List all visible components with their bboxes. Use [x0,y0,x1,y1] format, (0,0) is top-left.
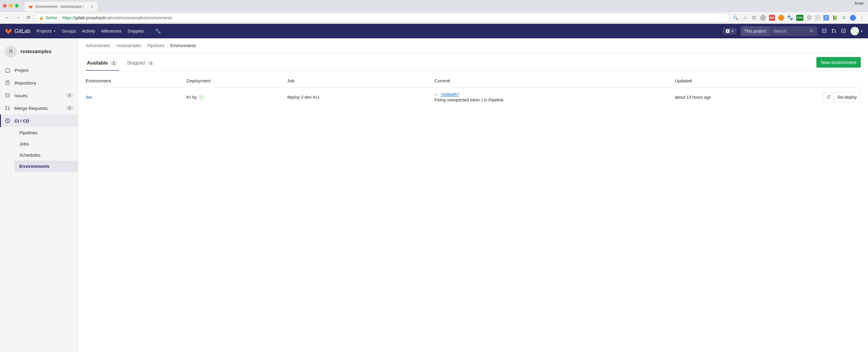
new-dropdown-button[interactable]: ▼ [723,28,737,34]
tab-label: Stopped [127,60,145,66]
gitlab-navbar: GitLab Projects▼ Groups Activity Milesto… [0,24,868,38]
sidebar-item-repository[interactable]: Repository [0,77,78,89]
col-header-commit: Commit [434,78,675,83]
tabs: Available 1 Stopped 0 New environment [86,56,861,71]
pocket-icon[interactable] [751,15,757,21]
gitlab-logo[interactable]: GitLab [5,27,30,35]
table-header: Environment Deployment Job Commit Update… [86,74,861,88]
tab-label: Available [87,60,108,66]
svg-rect-8 [6,94,9,97]
user-menu[interactable]: ▼ [850,27,863,35]
updated-cell: about 13 hours ago [675,95,791,99]
search-input[interactable] [770,26,806,36]
sidebar-project-header[interactable]: R restexamples [0,42,78,64]
tab-count: 0 [148,61,154,66]
sidebar-item-merge-requests[interactable]: Merge Requests 0 [0,102,78,114]
job-cell: deploy-2-dev #11 [287,95,434,99]
actions-cell: Re-deploy [791,92,861,102]
close-tab-icon[interactable]: × [91,4,93,9]
tab-available[interactable]: Available 1 [86,56,119,71]
commit-cell: ⊙- 7e58e857 Fixing unexpected token ) in… [434,92,675,102]
search-icon[interactable] [806,26,817,36]
sidebar-item-label: Repository [14,80,36,85]
zoom-icon[interactable]: 🔍 [733,15,739,21]
extension-icon[interactable]: 📗 [832,15,838,21]
svg-point-11 [8,109,9,110]
breadcrumb: Administrator › restexamples › Pipelines… [86,43,861,53]
nav-right: ▼ This project ▼ [723,26,863,36]
env-link[interactable]: dev [86,95,93,99]
browser-toolbar: ← → ⟳ 🔒 Sicher | https://gitlab.jonashac… [0,11,868,24]
close-window-button[interactable] [3,4,7,7]
extension-icon[interactable] [778,15,784,21]
nav-activity[interactable]: Activity [82,29,95,33]
nav-snippets[interactable]: Snippets [128,29,144,33]
nav-links: Projects▼ Groups Activity Milestones Sni… [36,29,144,33]
forward-button[interactable]: → [14,14,22,21]
sub-item-pipelines[interactable]: Pipelines [14,127,78,138]
deployer-avatar-icon[interactable] [198,94,205,100]
svg-point-4 [832,32,833,33]
nav-projects[interactable]: Projects▼ [36,29,56,33]
environments-table: Environment Deployment Job Commit Update… [86,74,861,107]
sidebar-item-project[interactable]: Project [0,64,78,77]
browser-tab[interactable]: Environments · Administrator / × [25,2,97,11]
minimize-window-button[interactable] [9,4,13,7]
issues-badge: 0 [66,93,73,98]
nav-milestones[interactable]: Milestones [101,29,122,33]
bookmark-star-icon[interactable]: ☆ [742,15,748,21]
sidebar-item-issues[interactable]: Issues 0 [0,89,78,102]
nav-groups[interactable]: Groups [62,29,76,33]
gitlab-brand-text: GitLab [14,28,30,34]
svg-point-10 [6,109,7,110]
maximize-window-button[interactable] [15,4,19,7]
svg-point-9 [6,106,7,107]
deployment-cell: #1 by [186,94,287,100]
extension-icon[interactable]: Z [824,15,829,21]
breadcrumb-item[interactable]: Administrator [86,43,111,48]
new-environment-button[interactable]: New environment [816,57,861,68]
cors-icon[interactable]: CORS [796,15,803,21]
merge-requests-icon[interactable] [831,28,837,34]
commit-message: Fixing unexpected token ) in Pipeline [434,97,675,102]
lock-icon: 🔒 [39,16,44,20]
gitlab-favicon-icon [28,4,33,9]
adblock-icon[interactable]: ABP [769,15,775,21]
extension-icon[interactable]: 🐾 [787,15,793,21]
search-scope-button[interactable]: This project [741,26,770,36]
reload-button[interactable]: ⟳ [25,15,32,21]
sub-item-jobs[interactable]: Jobs [14,138,78,149]
browser-menu-icon[interactable]: ⋮ [859,15,865,21]
tab-stopped[interactable]: Stopped 0 [126,56,156,71]
sidebar-item-cicd[interactable]: CI / CD [0,114,78,127]
commit-sha-link[interactable]: 7e58e857 [440,92,459,97]
url-bar[interactable]: 🔒 Sicher | https://gitlab.jonashackt.io/… [35,13,730,22]
back-button[interactable]: ← [3,14,11,21]
sub-item-environments[interactable]: Environments [14,160,78,172]
vue-devtools-icon[interactable]: V [841,15,847,21]
todos-icon[interactable] [841,28,846,34]
profile-name: Jonas [854,1,864,5]
url-text: https://gitlab.jonashackt.io/root/restex… [62,16,172,20]
extension-icon[interactable] [815,15,820,21]
sidebar-item-label: Project [14,68,29,73]
page-layout: R restexamples Project Repository Issues… [0,38,868,352]
admin-wrench-icon[interactable]: 🔧 [155,28,161,34]
sidebar-item-label: CI / CD [14,118,29,123]
tab-count: 1 [111,61,117,66]
browser-chrome: Environments · Administrator / × Jonas ←… [0,0,868,24]
sidebar-item-label: Merge Requests [14,106,48,111]
extension-icon[interactable] [806,15,812,21]
breadcrumb-item[interactable]: Pipelines [147,43,164,48]
col-header-job: Job [287,78,434,83]
sub-item-schedules[interactable]: Schedules [14,149,78,160]
table-row: dev #1 by deploy-2-dev #11 ⊙- 7e58e857 F… [86,88,861,107]
svg-rect-6 [842,29,845,33]
issues-icon[interactable] [822,28,827,34]
extension-icon[interactable] [760,15,766,21]
zoom-extension-icon[interactable] [850,15,856,21]
col-header-deployment: Deployment [186,78,287,83]
external-link-button[interactable] [823,92,834,102]
breadcrumb-item[interactable]: restexamples [116,43,142,48]
redeploy-button[interactable]: Re-deploy [834,92,861,102]
